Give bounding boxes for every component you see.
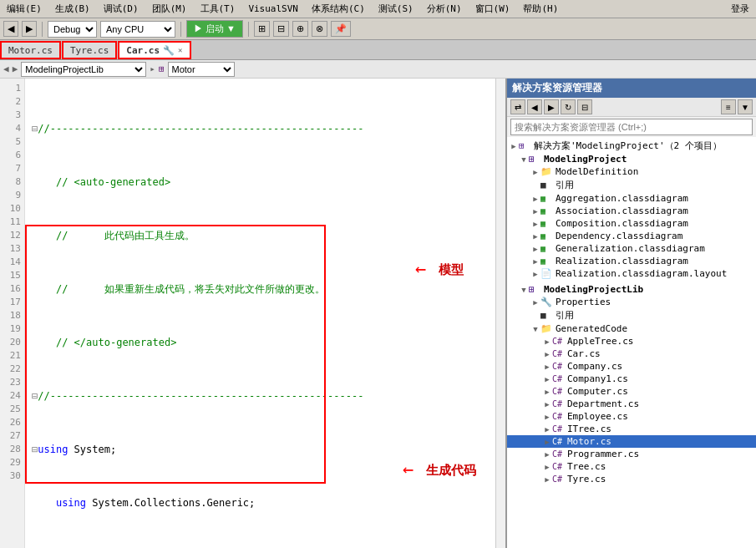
- nav-back-icon[interactable]: ◀: [3, 63, 9, 74]
- realization-layout-diagram[interactable]: ▶ 📄 Realization.classdiagram.layout: [507, 267, 756, 280]
- line-7: 7: [0, 162, 24, 175]
- cs-icon-9: C#: [552, 437, 566, 446]
- menu-item-help[interactable]: 帮助(H): [520, 2, 561, 16]
- aggregation-diagram[interactable]: ▶ ▦ Aggregation.classdiagram: [507, 192, 756, 205]
- menu-item-edit[interactable]: 编辑(E): [3, 2, 45, 16]
- expand-department[interactable]: ▶: [542, 400, 552, 408]
- menu-item-login[interactable]: 登录: [728, 2, 753, 16]
- itree-cs[interactable]: ▶ C# ITree.cs: [507, 423, 756, 435]
- expand-real[interactable]: ▶: [530, 257, 540, 266]
- solution-root[interactable]: ▶ ⊞ 解决方案'ModelingProject'（2 个项目）: [507, 139, 756, 153]
- generalization-diagram[interactable]: ▶ ▦ Generalization.classdiagram: [507, 242, 756, 255]
- expand-gen-code[interactable]: ▼: [530, 325, 540, 333]
- tab-tyre[interactable]: Tyre.cs: [62, 41, 117, 59]
- tab-car-close[interactable]: ✕: [178, 46, 182, 54]
- forward-button[interactable]: ▶: [22, 21, 37, 37]
- expand-assoc[interactable]: ▶: [530, 207, 540, 216]
- code-scrollbar[interactable]: [495, 79, 505, 548]
- ref-node-2[interactable]: ■ 引用: [507, 308, 756, 322]
- ref-node-1[interactable]: ■ 引用: [507, 178, 756, 192]
- menu-item-tools[interactable]: 工具(T): [197, 2, 239, 16]
- solution-search-input[interactable]: [510, 119, 753, 135]
- class-select[interactable]: Motor: [168, 62, 235, 77]
- expand-real-layout[interactable]: ▶: [530, 270, 540, 278]
- employee-cs[interactable]: ▶ C# Employee.cs: [507, 410, 756, 423]
- computer-cs[interactable]: ▶ C# Computer.cs: [507, 385, 756, 398]
- expand-model-def[interactable]: ▶: [530, 168, 540, 176]
- car-cs-label: Car.cs: [567, 348, 601, 359]
- se-sync-btn[interactable]: ⇄: [510, 99, 525, 114]
- expand-solution[interactable]: ▶: [509, 142, 519, 150]
- cs-icon-3: C#: [552, 362, 566, 371]
- programmer-cs[interactable]: ▶ C# Programmer.cs: [507, 448, 756, 460]
- composition-diagram[interactable]: ▶ ▦ Composition.classdiagram: [507, 217, 756, 230]
- expand-company1[interactable]: ▶: [542, 375, 552, 383]
- breadcrumb-select[interactable]: ModelingProjectLib: [21, 62, 146, 77]
- menu-item-debug[interactable]: 调试(D): [100, 2, 142, 16]
- company1-cs[interactable]: ▶ C# Company1.cs: [507, 373, 756, 385]
- menu-item-svn[interactable]: VisualSVN: [245, 3, 302, 15]
- expand-computer[interactable]: ▶: [542, 388, 552, 396]
- expand-motor-cs[interactable]: ▶: [542, 438, 552, 446]
- realization-diagram[interactable]: ▶ ▦ Realization.classdiagram: [507, 255, 756, 267]
- car-cs[interactable]: ▶ C# Car.cs: [507, 348, 756, 360]
- nav-forward-icon[interactable]: ▶: [13, 63, 18, 74]
- back-button[interactable]: ◀: [3, 21, 18, 37]
- menu-item-analyze[interactable]: 分析(N): [424, 2, 465, 16]
- se-refresh-btn[interactable]: ↻: [561, 99, 576, 114]
- code-line-6: ⊟//-------------------------------------…: [32, 389, 489, 403]
- expand-modeling-project[interactable]: ▼: [519, 155, 529, 164]
- se-back-btn[interactable]: ◀: [527, 99, 542, 114]
- expand-tree-cs[interactable]: ▶: [542, 463, 552, 471]
- expand-company[interactable]: ▶: [542, 363, 552, 371]
- expand-employee[interactable]: ▶: [542, 413, 552, 421]
- expand-appletree[interactable]: ▶: [542, 337, 552, 346]
- se-more-btn[interactable]: ▼: [738, 99, 753, 114]
- toolbar-btn-4[interactable]: ⊗: [312, 21, 327, 37]
- tab-car[interactable]: Car.cs 🔧 ✕: [118, 41, 190, 59]
- layout-icon: 📄: [540, 268, 554, 279]
- expand-car[interactable]: ▶: [542, 350, 552, 358]
- modeling-project-node[interactable]: ▼ ⊞ ModelingProject: [507, 153, 756, 165]
- expand-props[interactable]: ▶: [530, 298, 540, 307]
- department-cs[interactable]: ▶ C# Department.cs: [507, 398, 756, 410]
- modeling-project-lib-node[interactable]: ▼ ⊞ ModelingProjectLib: [507, 283, 756, 296]
- se-collapse-btn[interactable]: ⊟: [577, 99, 592, 114]
- menu-item-test[interactable]: 测试(S): [375, 2, 417, 16]
- appletree-cs[interactable]: ▶ C# AppleTree.cs: [507, 335, 756, 348]
- menu-item-build[interactable]: 生成(B): [52, 2, 94, 16]
- cpu-select[interactable]: Any CPU: [100, 21, 175, 38]
- dependency-diagram[interactable]: ▶ ▦ Dependency.classdiagram: [507, 230, 756, 242]
- motor-cs[interactable]: ▶ C# Motor.cs: [507, 435, 756, 448]
- expand-programmer[interactable]: ▶: [542, 450, 552, 459]
- generated-code-node[interactable]: ▼ 📁 GeneratedCode: [507, 322, 756, 335]
- expand-lib[interactable]: ▼: [519, 286, 529, 294]
- code-content[interactable]: ⊟//-------------------------------------…: [25, 79, 495, 548]
- tree-cs[interactable]: ▶ C# Tree.cs: [507, 460, 756, 473]
- expand-tyre-cs[interactable]: ▶: [542, 475, 552, 484]
- expand-agg[interactable]: ▶: [530, 195, 540, 203]
- toolbar-btn-2[interactable]: ⊟: [273, 21, 289, 37]
- association-diagram[interactable]: ▶ ▦ Association.classdiagram: [507, 205, 756, 217]
- model-definition-node[interactable]: ▶ 📁 ModelDefinition: [507, 165, 756, 178]
- toolbar-btn-5[interactable]: 📌: [331, 21, 351, 37]
- expand-comp[interactable]: ▶: [530, 220, 540, 228]
- appletree-label: AppleTree.cs: [567, 336, 633, 347]
- menu-item-team[interactable]: 团队(M): [149, 2, 190, 16]
- se-prop-btn[interactable]: ≡: [721, 99, 736, 114]
- menu-item-window[interactable]: 窗口(W): [472, 2, 514, 16]
- company-cs[interactable]: ▶ C# Company.cs: [507, 360, 756, 373]
- code-line-8: using System.Collections.Generic;: [32, 496, 489, 510]
- expand-gen[interactable]: ▶: [530, 245, 540, 253]
- tab-motor[interactable]: Motor.cs: [0, 41, 61, 59]
- toolbar-btn-1[interactable]: ⊞: [254, 21, 270, 37]
- tyre-cs[interactable]: ▶ C# Tyre.cs: [507, 473, 756, 485]
- properties-node[interactable]: ▶ 🔧 Properties: [507, 296, 756, 308]
- debug-config-select[interactable]: Debug: [48, 21, 97, 38]
- start-button[interactable]: ▶ 启动 ▼: [186, 20, 243, 38]
- toolbar-btn-3[interactable]: ⊕: [292, 21, 308, 37]
- expand-itree[interactable]: ▶: [542, 425, 552, 434]
- se-forward-btn[interactable]: ▶: [544, 99, 559, 114]
- expand-dep[interactable]: ▶: [530, 232, 540, 241]
- menu-item-arch[interactable]: 体系结构(C): [308, 2, 368, 16]
